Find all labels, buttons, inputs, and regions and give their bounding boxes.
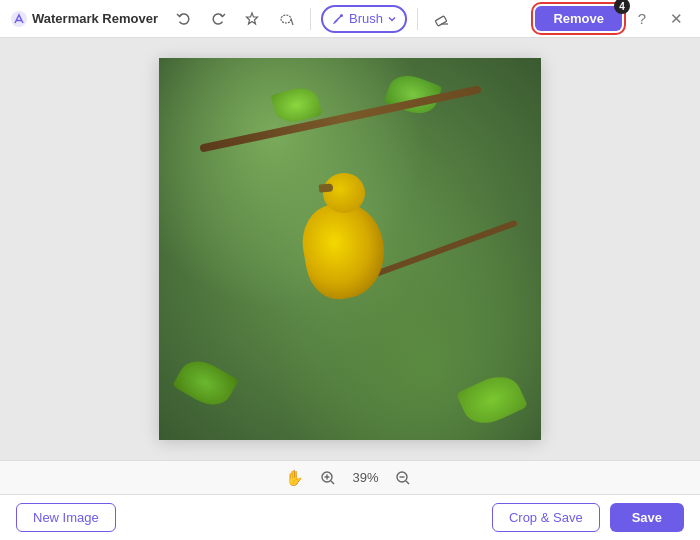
redo-icon [210, 11, 226, 27]
app-logo: Watermark Remover [10, 10, 158, 28]
svg-point-4 [340, 14, 343, 17]
leaf-4 [456, 368, 528, 431]
crop-save-button[interactable]: Crop & Save [492, 503, 600, 532]
help-button[interactable]: ? [628, 5, 656, 33]
remove-button-wrap: Remove 4 [535, 6, 622, 31]
footer: New Image Crop & Save Save [0, 494, 700, 540]
image-container [159, 58, 541, 440]
zoom-out-button[interactable] [391, 466, 415, 490]
toolbar-sep-2 [417, 8, 418, 30]
svg-line-3 [291, 19, 293, 25]
zoom-out-icon [395, 470, 411, 486]
undo-button[interactable] [170, 5, 198, 33]
footer-right: Crop & Save Save [492, 503, 684, 532]
lasso-icon [278, 11, 294, 27]
bird-image [159, 58, 541, 440]
brush-button[interactable]: Brush [321, 5, 407, 33]
new-image-button[interactable]: New Image [16, 503, 116, 532]
zoom-level: 39% [352, 470, 378, 485]
header: Watermark Remover Brush [0, 0, 700, 38]
help-icon: ? [638, 10, 646, 27]
bird-scene [159, 58, 541, 440]
remove-badge: 4 [614, 0, 630, 14]
app-logo-icon [10, 10, 28, 28]
chevron-down-icon [387, 14, 397, 24]
branch-1 [199, 86, 481, 153]
star-icon [244, 11, 260, 27]
leaf-3 [172, 353, 239, 413]
zoom-in-icon [320, 470, 336, 486]
brush-icon [331, 12, 345, 26]
lasso-button[interactable] [272, 5, 300, 33]
eraser-icon [434, 11, 450, 27]
close-button[interactable]: ✕ [662, 5, 690, 33]
toolbar-sep-1 [310, 8, 311, 30]
app-title: Watermark Remover [32, 11, 158, 26]
save-button[interactable]: Save [610, 503, 684, 532]
hand-icon: ✋ [285, 469, 304, 487]
star-button[interactable] [238, 5, 266, 33]
svg-line-13 [406, 481, 409, 484]
svg-line-10 [331, 481, 334, 484]
bird-head [323, 173, 365, 213]
brush-label: Brush [349, 11, 383, 26]
remove-button[interactable]: Remove [535, 6, 622, 31]
bird-body [297, 197, 392, 304]
canvas-area[interactable] [0, 38, 700, 460]
zoom-bar: ✋ 39% [0, 460, 700, 494]
footer-left: New Image [16, 503, 116, 532]
svg-marker-1 [246, 13, 257, 24]
zoom-in-button[interactable] [316, 466, 340, 490]
close-icon: ✕ [670, 10, 683, 28]
undo-icon [176, 11, 192, 27]
eraser-button[interactable] [428, 5, 456, 33]
svg-point-2 [281, 15, 291, 23]
redo-button[interactable] [204, 5, 232, 33]
